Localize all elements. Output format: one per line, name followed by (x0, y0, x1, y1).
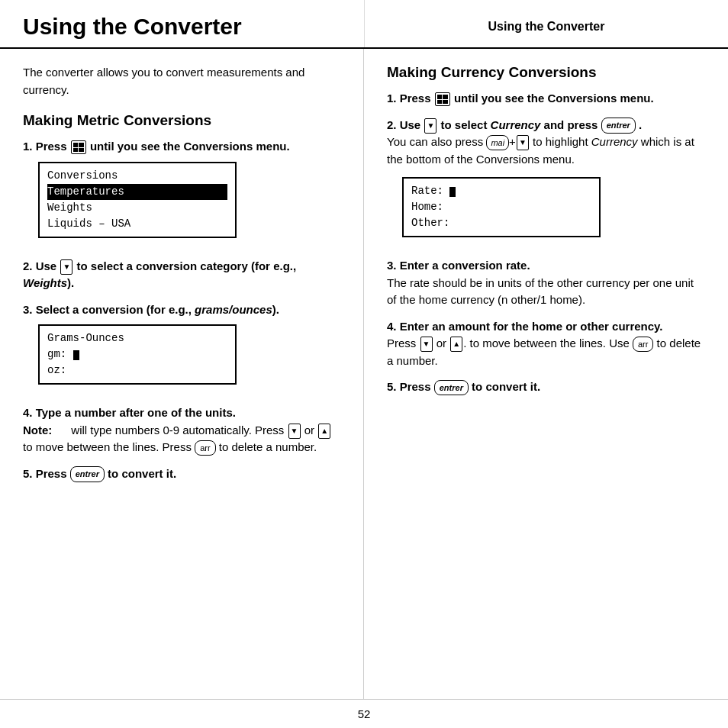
grams-ounces-lcd: Grams-Ounces gm: oz: (38, 324, 237, 385)
nav-up-icon-r4: ▲ (450, 337, 462, 352)
right-step-4-bold: 4. Enter an amount for the home or other… (387, 318, 705, 336)
arr-key-1: arr (195, 440, 215, 456)
left-step-5: 5. Press entrer to convert it. (23, 465, 340, 483)
right-step-3-body: The rate should be in units of the other… (387, 275, 705, 309)
left-step-1-label: 1. Press until you see the Conversions m… (23, 138, 340, 156)
footer: 52 (0, 699, 728, 728)
left-step-5-label: 5. Press entrer to convert it. (23, 465, 340, 483)
left-step-3: 3. Select a conversion (for e.g., grams/… (23, 301, 340, 396)
right-column: Making Currency Conversions 1. Press (364, 49, 728, 699)
entrer-key-r2: entrer (601, 118, 636, 134)
nav-down-icon: ▼ (60, 259, 72, 275)
left-step-1: 1. Press until you see the Conversions m… (23, 138, 340, 249)
right-step-5-label: 5. Press entrer to convert it. (387, 378, 705, 396)
page-container: Using the Converter Using the Converter … (0, 0, 728, 728)
nav-down-icon-r2b: ▼ (517, 135, 529, 150)
entrer-key-r5: entrer (434, 380, 469, 396)
right-step-5: 5. Press entrer to convert it. (387, 378, 705, 396)
right-step-1: 1. Press until you see the Conversions m… (387, 90, 705, 108)
nav-up-icon: ▲ (318, 424, 330, 439)
right-step-3-bold: 3. Enter a conversion rate. (387, 257, 705, 275)
right-step-2: 2. Use ▼ to select Currency and press en… (387, 117, 705, 249)
converter-key-icon (71, 140, 86, 154)
right-step-3: 3. Enter a conversion rate. The rate sho… (387, 257, 705, 309)
arr-key-r4: arr (633, 337, 653, 353)
entrer-key-1: entrer (70, 466, 105, 482)
left-step-4-body: Note: will type numbers 0-9 automaticall… (23, 422, 340, 456)
currency-rate-lcd: Rate: Home: Other: (402, 177, 601, 237)
left-step-2-label: 2. Use ▼ to select a conversion category… (23, 258, 340, 292)
right-step-4-body: Press ▼ or ▲. to move between the lines.… (387, 335, 705, 369)
content: The converter allows you to convert meas… (0, 49, 728, 699)
page-number: 52 (358, 707, 371, 720)
header-right-title: Using the Converter (488, 20, 605, 34)
header: Using the Converter Using the Converter (0, 0, 728, 49)
metric-section-heading: Making Metric Conversions (23, 112, 340, 129)
left-column: The converter allows you to convert meas… (0, 49, 364, 699)
right-step-2-label: 2. Use ▼ to select Currency and press en… (387, 117, 705, 134)
right-step-4: 4. Enter an amount for the home or other… (387, 318, 705, 370)
maj-key: mai (486, 135, 509, 151)
header-right: Using the Converter (364, 0, 728, 47)
nav-down-icon-r2: ▼ (424, 118, 436, 134)
right-step-2-body: You can also press mai+▼ to highlight Cu… (387, 134, 705, 168)
currency-section-heading: Making Currency Conversions (387, 64, 705, 81)
right-step-1-label: 1. Press until you see the Conversions m… (387, 90, 705, 108)
left-step-4: 4. Type a number after one of the units.… (23, 404, 340, 456)
nav-down-icon-2: ▼ (288, 424, 301, 439)
converter-key-icon-r1 (435, 92, 450, 106)
nav-down-icon-r4: ▼ (420, 337, 433, 352)
left-step-3-label: 3. Select a conversion (for e.g., grams/… (23, 301, 340, 319)
conversions-menu-lcd: Conversions Temperatures Weights Liquids… (38, 162, 237, 238)
intro-text: The converter allows you to convert meas… (23, 64, 340, 98)
main-title: Using the Converter (23, 14, 341, 40)
header-left: Using the Converter (0, 0, 364, 47)
left-step-2: 2. Use ▼ to select a conversion category… (23, 258, 340, 292)
left-step-4-bold: 4. Type a number after one of the units. (23, 404, 340, 422)
